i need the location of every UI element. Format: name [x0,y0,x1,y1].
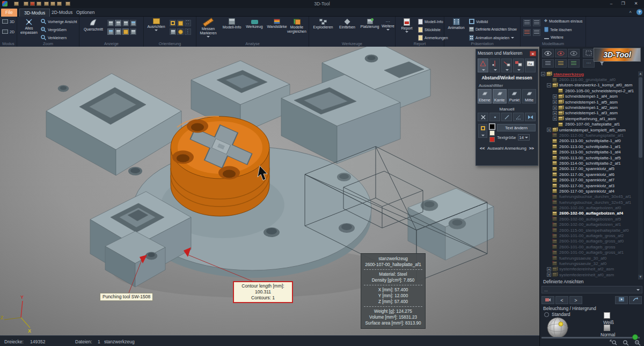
tool-analysis-button[interactable]: Werkzeug [244,18,265,29]
tree-item[interactable]: fuehrungsbuchse_durchm_32x45_af1 [541,200,638,205]
tree-item[interactable]: 2600-116-00_grundplatte_af0 [541,77,638,82]
tree-scrollbar[interactable]: ▲ ▼ [638,71,643,279]
tree-item[interactable]: 2600-117-00_spannklotz_af5 [541,166,638,172]
orientation-option-icon[interactable] [177,20,184,26]
measure-edge-button[interactable] [501,58,512,72]
manual-symmetry-button[interactable] [525,113,536,121]
measure-mark-button[interactable]: Messen Markieren [197,18,219,38]
tree-item-label[interactable]: fuehrungssaeule_30_af0 [558,256,608,261]
tree-item-label[interactable]: 2600-101-00_auflageb_gross_af1 [558,250,625,255]
textsize-select[interactable]: 14 [518,134,530,141]
zoom-cursor-icon[interactable] [610,340,617,345]
manual-angle-button[interactable] [513,113,524,121]
placement-button[interactable]: Platzierung [358,18,381,29]
expand-toggle-icon[interactable]: + [547,267,551,271]
white-bg-checkbox[interactable] [604,312,610,319]
display-option-icon[interactable] [107,20,114,26]
expand-toggle-icon[interactable]: + [553,94,557,99]
scrollbar-thumb[interactable] [639,77,642,158]
tab-3d-modus[interactable]: 3D-Modus [19,9,50,17]
tree-item[interactable]: 2600-115-00_stempelhalteplatte_af0 [541,227,638,233]
tree-item[interactable]: 2600-101-00_auflageb_gross [541,244,638,249]
tree-item[interactable]: 2600-113-00_schnittplatte-1_af1 [541,144,638,149]
tree-item-label[interactable]: 2600-102-00_auflagebolzen_af0 [558,205,622,210]
display-option-icon[interactable] [107,28,114,35]
close-button[interactable]: ✕ [631,1,641,7]
view-prev-button[interactable]: < [555,296,568,304]
marker-color-button[interactable] [478,124,487,138]
tree-item-label[interactable]: 2600-102-00_auflagebolzen_af5 [558,217,622,222]
tree-item-label[interactable]: systemfedereinheit_af2_asm [558,267,615,271]
delete-parts-button[interactable]: Teile löschen [544,27,572,32]
tree-item-label[interactable]: 2600-101-00_auflageb_gross [558,245,617,249]
report-button[interactable]: Report [398,18,416,33]
tree-item-label[interactable]: schneidstempel-1_af3_asm [564,111,619,115]
tree-item[interactable]: 2600-112-00_fuehrungsplatte_af1 [541,132,638,138]
tree-item-label[interactable]: 2600-116-00_grundplatte_af0 [558,77,617,82]
tree-item[interactable]: + schneidstempel-1_af4_asm [541,94,638,99]
show-all-eye-button[interactable] [542,49,554,57]
manual-delete-button[interactable] [478,113,488,121]
tree-item-label[interactable]: fuehrungsbuchse_durchm_32x45_af1 [558,200,632,205]
expand-toggle-icon[interactable]: + [547,128,551,132]
tree-item-label[interactable]: fuehrungsbuchse_durchm_30x45_af1 [558,194,632,199]
center-cylinder-highlighted-part[interactable] [171,116,269,216]
tree-item[interactable]: + schneidstempel-1_af5_asm [541,99,638,105]
tree-item[interactable]: 2600-102-00_auflagebolzen_af0 [541,205,638,210]
display-option-icon[interactable] [122,20,129,26]
orientation-option-icon[interactable]: ⁚⁚ [185,20,191,26]
display-option-icon[interactable] [115,28,121,35]
annotation-prev-button[interactable]: << [480,146,485,151]
tree-item[interactable]: 2600-102-00_auflagebolzen_af1 [541,222,638,227]
tree-item[interactable]: 2600-117-00_spannklotz_af7 [541,177,638,182]
tree-item-label[interactable]: stempelfuehrung_af1_asm [564,116,617,121]
tree-item-label[interactable]: 2600-101-00_auflageb_gross_af2 [558,233,625,238]
color-white-swatch[interactable] [489,130,495,136]
filter-button[interactable]: Mitte [522,89,536,104]
tree-toggle-icon[interactable] [533,29,540,36]
scroll-up-icon[interactable]: ▲ [638,71,643,76]
expand-toggle-icon[interactable]: + [553,106,557,110]
tree-item[interactable]: 2600-117-00_spannklotz_af6 [541,172,638,177]
orientation-option-icon[interactable] [177,28,184,35]
manual-line-button[interactable] [501,113,512,121]
tree-item[interactable]: 2600-101-00_auflageb_gross_af0 [541,239,638,244]
measure-panel-titlebar[interactable]: Messen und Markieren ✕ [476,49,538,57]
contour-annotation-box[interactable]: Contour length [mm]: 100.311 Contours: 1 [233,281,293,303]
orientation-option-icon[interactable]: ⋮ [185,28,191,35]
minimize-button[interactable]: – [606,1,616,7]
expand-toggle-icon[interactable]: − [547,83,551,87]
tree-item[interactable]: 2600-113-00_schnittplatte-1_af4 [541,149,638,154]
tree-item[interactable]: 2600-117-00_spannklotz_af4 [541,188,638,194]
tree-item[interactable]: − stutzen-stanzwerkz-1_kompl_af0_asm [541,83,638,88]
text-annotation-button[interactable]: Aa [525,58,536,72]
align-button[interactable]: Ausrichten [146,18,166,31]
fit-all-button[interactable]: Alles einpassen [20,18,38,35]
hide-eye-button[interactable] [555,49,567,57]
expand-toggle-icon[interactable]: + [553,100,557,104]
tree-item[interactable]: 2600-113-00_schnittplatte-1_af5 [541,155,638,160]
light-sphere[interactable] [546,316,569,339]
tree-item[interactable]: + systemfedereinheit_af0_asm [541,272,638,277]
tree-item-label[interactable]: 2600-107-00_halteplatte_af1 [564,122,621,127]
tree-item[interactable]: − stanzwerkzeug [541,71,638,77]
tree-item-label[interactable]: 2600-117-00_spannklotz_af5 [558,166,616,171]
tree-item-label[interactable]: 2600-102-00_auflagebolzen_af4 [558,211,624,216]
tree-item[interactable]: + systemfedereinheit_af2_asm [541,267,638,272]
tree-item-label[interactable]: 2600-113-00_schnittplatte-1_af5 [558,156,622,160]
tree-toggle-icon[interactable] [523,19,531,26]
colorize-button[interactable]: Einfärben [337,18,357,30]
tree-item-label[interactable]: 2600-113-00_schnittplatte-1_af1 [558,144,622,149]
view-next-button[interactable]: > [569,296,582,304]
tree-item[interactable]: 2600-107-00_halteplatte_af1 [541,122,638,127]
tree-options-button[interactable] [568,59,580,68]
display-option-icon[interactable] [130,20,136,26]
view-restore-button[interactable] [629,296,642,304]
tree-item[interactable]: 2600-105-00_schneidstempel-2_af1 [541,88,638,93]
measure-face-button[interactable] [513,58,524,72]
manual-point-button[interactable] [489,113,500,121]
tree-toggle-icon[interactable] [523,29,531,36]
zoom-out-small-icon[interactable] [634,340,641,345]
filter-button[interactable]: Punkt [508,89,522,104]
measure-caliper-button[interactable] [489,58,500,72]
